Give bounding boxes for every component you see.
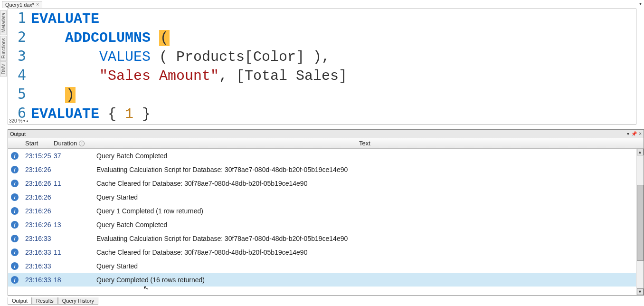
code-line[interactable]: 1EVALUATE: [8, 9, 636, 28]
zoom-level-label: 320 %: [9, 118, 22, 124]
output-cell-start: 23:16:26: [21, 166, 54, 173]
code-line[interactable]: 6EVALUATE { 1 }: [8, 104, 636, 123]
code-content[interactable]: EVALUATE { 1 }: [31, 105, 636, 123]
close-icon[interactable]: ×: [639, 131, 642, 136]
bottom-tab-query-history[interactable]: Query History: [58, 297, 98, 305]
output-cell-text: Query Started: [95, 262, 635, 270]
chevron-down-icon[interactable]: ▾: [23, 119, 25, 123]
info-icon: i: [8, 262, 21, 270]
output-cell-text: Evaluating Calculation Script for Databa…: [95, 166, 635, 173]
scroll-down-icon[interactable]: ▼: [637, 288, 644, 295]
output-cell-duration: 37: [54, 152, 95, 160]
code-content[interactable]: ADDCOLUMNS (: [31, 29, 636, 47]
info-icon: i: [8, 276, 21, 284]
output-cell-start: 23:16:26: [21, 221, 54, 229]
column-header-duration[interactable]: Duration ↕: [54, 140, 95, 147]
output-rows-area[interactable]: i23:15:2537Query Batch Completedi23:16:2…: [8, 149, 644, 295]
side-tab-functions[interactable]: Functions: [0, 36, 7, 61]
output-row[interactable]: i23:16:33Evaluating Calculation Script f…: [8, 231, 644, 245]
output-panel-title: Output: [10, 131, 26, 137]
output-row[interactable]: i23:16:2613Query Batch Completed: [8, 218, 644, 231]
bottom-tabstrip: Output Results Query History: [8, 296, 98, 305]
column-header-start[interactable]: Start: [21, 140, 54, 147]
chevron-left-icon[interactable]: ◂: [26, 119, 28, 123]
output-columns-header: Start Duration ↕ Text: [8, 138, 644, 149]
info-icon: i: [8, 180, 21, 187]
info-icon: i: [8, 152, 21, 160]
output-panel-titlebar[interactable]: Output ▾ 📌 ×: [8, 130, 644, 138]
pin-icon[interactable]: 📌: [631, 131, 637, 136]
line-number: 3: [8, 47, 31, 65]
output-cell-text: Query Completed (16 rows returned): [95, 276, 635, 284]
line-number: 2: [8, 28, 31, 46]
output-cell-start: 23:16:26: [21, 193, 54, 201]
output-row[interactable]: i23:16:26Query Started: [8, 190, 644, 204]
output-cell-start: 23:16:26: [21, 180, 54, 187]
info-icon: i: [8, 221, 21, 229]
side-tab-dmv[interactable]: DMV: [0, 61, 7, 76]
output-cell-text: Query 1 Completed (1 row returned): [95, 207, 635, 215]
output-cell-start: 23:16:26: [21, 207, 54, 215]
output-cell-text: Query Batch Completed: [95, 221, 635, 229]
output-row[interactable]: i23:16:33Query Started: [8, 259, 644, 273]
info-icon: i: [8, 166, 21, 173]
code-line[interactable]: 2 ADDCOLUMNS (: [8, 28, 636, 47]
output-cell-duration: 11: [54, 249, 95, 256]
line-number: 4: [8, 66, 31, 84]
output-cell-text: Query Started: [95, 193, 635, 201]
output-vertical-scrollbar[interactable]: ▲ ▼: [636, 149, 644, 295]
editor-right-strip: ▾: [636, 0, 644, 124]
output-cell-start: 23:16:33: [21, 249, 54, 256]
code-line[interactable]: 4 "Sales Amount", [Total Sales]: [8, 66, 636, 85]
output-row[interactable]: i23:16:3318Query Completed (16 rows retu…: [8, 273, 644, 287]
code-editor[interactable]: 1EVALUATE2 ADDCOLUMNS (3 VALUES ( Produc…: [8, 9, 636, 124]
output-row[interactable]: i23:16:3311Cache Cleared for Database: 3…: [8, 245, 644, 259]
editor-tab-label: Query1.dax*: [5, 2, 34, 8]
output-cell-start: 23:16:33: [21, 276, 54, 284]
side-tab-metadata[interactable]: Metadata: [0, 10, 7, 35]
code-line[interactable]: 5 ): [8, 85, 636, 104]
code-content[interactable]: "Sales Amount", [Total Sales]: [31, 67, 636, 85]
output-cell-text: Query Batch Completed: [95, 152, 635, 160]
scroll-up-icon[interactable]: ▲: [637, 149, 644, 155]
line-number: 5: [8, 85, 31, 103]
output-panel: Output ▾ 📌 × Start Duration ↕ Text i23:1…: [8, 129, 644, 296]
output-row[interactable]: i23:16:2611Cache Cleared for Database: 3…: [8, 176, 644, 190]
close-icon[interactable]: ×: [36, 2, 39, 7]
info-icon: i: [8, 193, 21, 201]
info-icon: i: [8, 249, 21, 256]
output-cell-start: 23:16:33: [21, 235, 54, 242]
editor-tabstrip: Query1.dax* ×: [2, 0, 42, 9]
output-row[interactable]: i23:15:2537Query Batch Completed: [8, 149, 644, 163]
editor-zoom-status[interactable]: 320 % ▾ ◂: [9, 118, 28, 124]
output-cell-duration: 11: [54, 180, 95, 187]
output-cell-duration: 18: [54, 276, 95, 284]
output-row[interactable]: i23:16:26Query 1 Completed (1 row return…: [8, 204, 644, 218]
panel-menu-icon[interactable]: ▾: [627, 131, 629, 136]
split-icon[interactable]: ▾: [639, 1, 642, 6]
line-number: 1: [8, 9, 31, 27]
bottom-tab-results[interactable]: Results: [32, 297, 58, 305]
bottom-tab-output[interactable]: Output: [8, 297, 32, 305]
output-cell-text: Cache Cleared for Database: 30f78ae7-080…: [95, 249, 635, 256]
output-cell-text: Evaluating Calculation Script for Databa…: [95, 235, 635, 242]
code-content[interactable]: EVALUATE: [31, 10, 636, 28]
editor-tab-query1[interactable]: Query1.dax* ×: [2, 1, 42, 8]
info-icon: i: [8, 235, 21, 242]
code-content[interactable]: VALUES ( Products[Color] ),: [31, 48, 636, 66]
output-row[interactable]: i23:16:26Evaluating Calculation Script f…: [8, 163, 644, 176]
code-line[interactable]: 3 VALUES ( Products[Color] ),: [8, 47, 636, 66]
info-icon: i: [8, 207, 21, 215]
sort-indicator-icon: ↕: [79, 141, 85, 146]
side-toolwindow-tabs: Metadata Functions DMV: [0, 10, 7, 77]
column-header-text[interactable]: Text: [95, 140, 635, 147]
output-cell-start: 23:15:25: [21, 152, 54, 160]
output-cell-start: 23:16:33: [21, 262, 54, 270]
scroll-thumb[interactable]: [637, 185, 644, 261]
code-content[interactable]: ): [31, 86, 636, 104]
output-cell-text: Cache Cleared for Database: 30f78ae7-080…: [95, 180, 635, 187]
output-cell-duration: 13: [54, 221, 95, 229]
